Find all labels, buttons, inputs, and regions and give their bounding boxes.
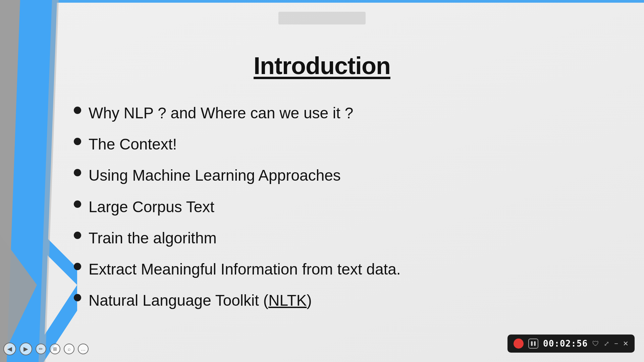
pause-bar-right (534, 341, 536, 346)
bullet-dot-6 (74, 263, 81, 270)
top-overlay (278, 12, 366, 24)
bullet-text-4: Large Corpus Text (89, 198, 214, 216)
bullet-dot-5 (74, 232, 81, 239)
bullet-text-3: Using Machine Learning Approaches (89, 166, 341, 185)
pause-recording-button[interactable] (528, 339, 538, 349)
bullet-dot-1 (74, 107, 81, 114)
bullet-text-6: Extract Meaningful Information from text… (89, 260, 401, 279)
bullet-item-3: Using Machine Learning Approaches (74, 166, 617, 185)
bullet-list: Why NLP ? and Where can we use it ? The … (74, 104, 617, 322)
more-button[interactable]: … (78, 344, 89, 354)
slide-title-container: Introduction (0, 52, 644, 79)
top-bar-accent (50, 0, 644, 3)
minimize-icon[interactable]: − (614, 340, 618, 348)
next-button[interactable]: ▶ (19, 343, 32, 355)
bullet-item-1: Why NLP ? and Where can we use it ? (74, 104, 617, 122)
bullet-dot-2 (74, 138, 81, 145)
expand-icon[interactable]: ⤢ (604, 340, 609, 348)
thumbnails-button[interactable]: ⊞ (50, 344, 60, 354)
slide-container: Introduction Why NLP ? and Where can we … (0, 0, 644, 362)
bullet-text-5: Train the algorithm (89, 229, 217, 247)
pause-bar-left (531, 341, 533, 346)
pen-button[interactable]: ✏ (36, 344, 46, 354)
recording-widget: 00:02:56 🛡 ⤢ − ✕ (507, 335, 635, 353)
bullet-dot-7 (74, 294, 81, 301)
bullet-text-7: Natural Language Toolkit (NLTK) (89, 291, 312, 310)
close-icon[interactable]: ✕ (623, 340, 629, 348)
bullet-item-7: Natural Language Toolkit (NLTK) (74, 291, 617, 310)
search-button[interactable]: ⌕ (64, 344, 74, 354)
bullet-item-6: Extract Meaningful Information from text… (74, 260, 617, 279)
bullet-dot-4 (74, 200, 81, 208)
bottom-nav: ◀ ▶ ✏ ⊞ ⌕ … (3, 343, 89, 355)
bullet-item-2: The Context! (74, 135, 617, 154)
bullet-item-5: Train the algorithm (74, 229, 617, 247)
recording-timer: 00:02:56 (543, 339, 588, 349)
prev-button[interactable]: ◀ (3, 343, 16, 355)
shield-icon: 🛡 (592, 340, 599, 348)
bullet-item-4: Large Corpus Text (74, 198, 617, 216)
bullet-dot-3 (74, 169, 81, 176)
bullet-text-2: The Context! (89, 135, 177, 154)
slide-title: Introduction (0, 52, 644, 79)
stop-recording-button[interactable] (514, 339, 524, 349)
bullet-text-1: Why NLP ? and Where can we use it ? (89, 104, 353, 122)
nltk-underlined: NLTK (268, 292, 307, 309)
